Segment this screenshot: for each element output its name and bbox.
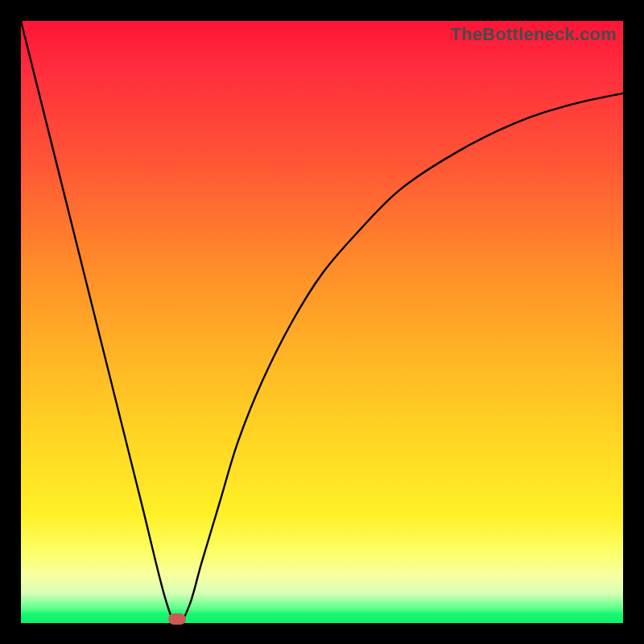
curve-path — [21, 21, 623, 623]
chart-frame: TheBottleneck.com — [0, 0, 644, 644]
plot-area: TheBottleneck.com — [21, 21, 623, 623]
bottleneck-curve — [21, 21, 623, 623]
optimal-point-marker — [168, 613, 186, 625]
